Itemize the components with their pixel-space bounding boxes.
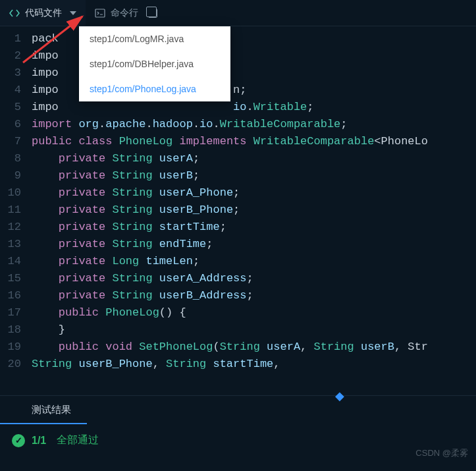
results-status-row: ✓ 1/1 全部通过 <box>0 424 476 457</box>
chevron-down-icon <box>70 11 76 15</box>
code-editor[interactable]: 1234567891011121314151617181920 packimpo… <box>0 26 476 395</box>
dropdown-item[interactable]: step1/com/PhoneLog.java <box>79 76 230 101</box>
dropdown-item-label: step1/com/LogMR.java <box>90 34 184 44</box>
tab-label: 代码文件 <box>25 7 62 19</box>
watermark-text: CSDN @柔雾 <box>415 447 468 459</box>
copy-icon[interactable] <box>147 8 158 18</box>
svg-rect-0 <box>95 9 105 17</box>
code-icon <box>9 8 20 18</box>
test-score: 1/1 <box>32 435 46 447</box>
dropdown-item-label: step1/com/DBHelper.java <box>90 59 194 69</box>
tab-label: 命令行 <box>111 7 138 19</box>
line-gutter: 1234567891011121314151617181920 <box>0 26 32 395</box>
dropdown-item-label: step1/com/PhoneLog.java <box>90 84 196 94</box>
test-status-text: 全部通过 <box>57 433 99 447</box>
tab-terminal[interactable]: 命令行 <box>86 0 167 26</box>
tab-code-files[interactable]: 代码文件 <box>0 0 86 26</box>
results-tab-label: 测试结果 <box>32 404 71 415</box>
results-tab[interactable]: 测试结果 <box>0 396 87 424</box>
file-dropdown: step1/com/LogMR.java step1/com/DBHelper.… <box>79 26 230 101</box>
results-panel: 测试结果 ✓ 1/1 全部通过 <box>0 395 476 457</box>
terminal-icon <box>95 8 105 18</box>
check-circle-icon: ✓ <box>12 434 25 447</box>
dropdown-item[interactable]: step1/com/LogMR.java <box>79 26 230 51</box>
scroll-indicator-icon: ◆ <box>335 389 344 403</box>
dropdown-item[interactable]: step1/com/DBHelper.java <box>79 51 230 76</box>
